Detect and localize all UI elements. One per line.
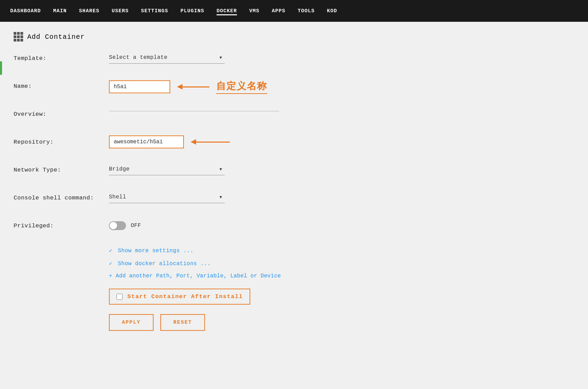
start-container-checkbox-wrapper[interactable]: Start Container After Install xyxy=(109,289,250,305)
button-row: APPLY RESET xyxy=(109,314,574,331)
form-container: Template: Select a template ▼ Name: xyxy=(14,52,558,236)
overview-control xyxy=(109,108,313,111)
privileged-control: OFF xyxy=(109,219,313,230)
privileged-toggle-label: OFF xyxy=(131,223,141,229)
add-another-row: + Add another Path, Port, Variable, Labe… xyxy=(109,273,574,279)
repository-input[interactable] xyxy=(109,135,184,148)
nav-dashboard[interactable]: DASHBOARD xyxy=(10,7,41,15)
nav-plugins[interactable]: PLUGINS xyxy=(180,7,204,15)
console-shell-select-wrapper[interactable]: Shell Bash sh ▼ xyxy=(109,191,225,203)
show-more-settings-label: Show more settings ... xyxy=(118,248,193,254)
privileged-row: Privileged: OFF xyxy=(14,219,558,236)
reset-button[interactable]: RESET xyxy=(160,314,205,331)
nav-shares[interactable]: SHARES xyxy=(79,7,99,15)
show-docker-allocations-label: Show docker allocations ... xyxy=(118,261,211,267)
arrow-line-repo xyxy=(196,142,230,143)
privileged-toggle-wrapper: OFF xyxy=(109,219,313,230)
name-input[interactable] xyxy=(109,80,170,93)
template-label: Template: xyxy=(14,52,109,62)
name-row: Name: 自定义名称 xyxy=(14,80,558,97)
repository-control xyxy=(109,135,313,148)
network-type-control: Bridge Host None ▼ xyxy=(109,163,313,175)
privileged-label: Privileged: xyxy=(14,219,109,229)
start-container-checkbox[interactable] xyxy=(116,294,123,300)
nav-users[interactable]: USERS xyxy=(112,7,129,15)
nav-vms[interactable]: VMS xyxy=(249,7,259,15)
page-header: Add Container xyxy=(14,32,574,42)
template-select[interactable]: Select a template xyxy=(109,52,225,64)
template-select-wrapper[interactable]: Select a template ▼ xyxy=(109,52,225,64)
start-container-row: Start Container After Install xyxy=(109,289,574,305)
page-title: Add Container xyxy=(27,33,85,41)
arrow-head-name xyxy=(177,84,182,90)
name-control: 自定义名称 xyxy=(109,80,313,94)
console-shell-row: Console shell command: Shell Bash sh ▼ xyxy=(14,191,558,208)
name-arrow-annotation xyxy=(177,84,209,90)
overview-row: Overview: xyxy=(14,108,558,125)
network-type-row: Network Type: Bridge Host None ▼ xyxy=(14,163,558,180)
console-shell-control: Shell Bash sh ▼ xyxy=(109,191,313,203)
name-label: Name: xyxy=(14,80,109,90)
repository-row: Repository: xyxy=(14,135,558,152)
arrow-line-name xyxy=(182,86,209,87)
top-navigation: DASHBOARD MAIN SHARES USERS SETTINGS PLU… xyxy=(0,0,588,22)
start-container-label[interactable]: Start Container After Install xyxy=(127,293,243,300)
side-indicator xyxy=(0,61,2,75)
show-docker-allocations-link[interactable]: ✓ Show docker allocations ... xyxy=(109,261,211,267)
chinese-annotation-name: 自定义名称 xyxy=(216,80,267,94)
add-another-label: + Add another Path, Port, Variable, Labe… xyxy=(109,273,281,279)
template-row: Template: Select a template ▼ xyxy=(14,52,558,69)
template-control: Select a template ▼ xyxy=(109,52,313,64)
nav-main[interactable]: MAIN xyxy=(53,7,67,15)
add-another-link[interactable]: + Add another Path, Port, Variable, Labe… xyxy=(109,273,281,279)
chevron-down-icon: ✓ xyxy=(109,248,112,254)
repository-annotation-row xyxy=(109,135,313,148)
name-annotation-row: 自定义名称 xyxy=(109,80,313,94)
overview-underline xyxy=(109,111,279,111)
repository-label: Repository: xyxy=(14,135,109,145)
show-docker-allocations-row: ✓ Show docker allocations ... xyxy=(109,260,574,267)
apply-button[interactable]: APPLY xyxy=(109,314,154,331)
toggle-knob xyxy=(110,222,117,229)
repository-arrow-annotation xyxy=(191,139,230,145)
arrow-head-repo xyxy=(191,139,196,145)
nav-tools[interactable]: TOOLS xyxy=(298,7,315,15)
network-type-select-wrapper[interactable]: Bridge Host None ▼ xyxy=(109,163,225,175)
nav-settings[interactable]: SETTINGS xyxy=(141,7,168,15)
page-content: Add Container Template: Select a templat… xyxy=(0,22,588,341)
nav-apps[interactable]: APPS xyxy=(272,7,285,15)
show-more-settings-row: ✓ Show more settings ... xyxy=(109,247,574,254)
console-shell-select[interactable]: Shell Bash sh xyxy=(109,191,225,203)
network-type-label: Network Type: xyxy=(14,163,109,173)
chevron-down-allocations-icon: ✓ xyxy=(109,261,112,267)
privileged-toggle[interactable] xyxy=(109,221,126,230)
nav-docker[interactable]: DOCKER xyxy=(217,7,237,15)
network-type-select[interactable]: Bridge Host None xyxy=(109,163,225,175)
grid-icon xyxy=(14,32,23,42)
show-more-settings-link[interactable]: ✓ Show more settings ... xyxy=(109,248,193,254)
overview-label: Overview: xyxy=(14,108,109,117)
console-shell-label: Console shell command: xyxy=(14,191,109,201)
nav-kod[interactable]: KOD xyxy=(327,7,337,15)
